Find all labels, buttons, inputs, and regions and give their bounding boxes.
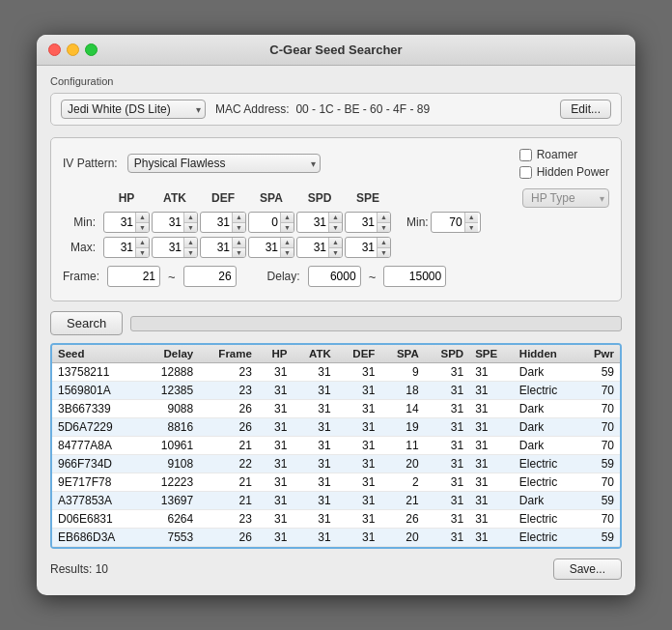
th-spa: SPA bbox=[380, 345, 424, 363]
hp-min-input[interactable] bbox=[432, 213, 464, 232]
max-hp-input[interactable] bbox=[104, 238, 135, 257]
min-spd-spinner: ▲▼ bbox=[296, 212, 343, 233]
table-row[interactable]: EB686D3A755326313131203131Electric59 bbox=[52, 529, 620, 547]
table-row[interactable]: A377853A1369721313131213131Dark59 bbox=[52, 492, 620, 510]
cell-0-9: Dark bbox=[514, 363, 578, 382]
cell-0-1: 12888 bbox=[142, 363, 199, 382]
cell-8-1: 6264 bbox=[142, 510, 199, 529]
min-atk-spinner: ▲▼ bbox=[152, 212, 198, 233]
cell-9-10: 59 bbox=[578, 529, 620, 547]
col-spe: SPE bbox=[345, 191, 391, 205]
cell-9-3: 31 bbox=[258, 529, 293, 547]
cell-3-5: 31 bbox=[337, 418, 381, 437]
cell-5-9: Electric bbox=[514, 455, 578, 473]
cell-5-4: 31 bbox=[293, 455, 336, 473]
cell-1-10: 70 bbox=[578, 382, 620, 400]
cell-6-9: Electric bbox=[514, 473, 578, 492]
cell-8-0: D06E6831 bbox=[52, 510, 142, 529]
table-row[interactable]: 1569801A1238523313131183131Electric70 bbox=[52, 382, 620, 400]
table-row[interactable]: 13758211128882331313193131Dark59 bbox=[52, 363, 620, 382]
table-row[interactable]: 5D6A7229881626313131193131Dark70 bbox=[52, 418, 620, 437]
hidden-power-checkbox-row: Hidden Power bbox=[519, 165, 609, 179]
close-button[interactable] bbox=[48, 43, 61, 56]
bottom-bar: Results: 10 Save... bbox=[50, 557, 622, 582]
mac-address-value: 00 - 1C - BE - 60 - 4F - 89 bbox=[295, 102, 430, 116]
main-window: C-Gear Seed Searcher Configuration Jedi … bbox=[37, 35, 635, 595]
cell-5-10: 59 bbox=[578, 455, 620, 473]
cell-0-0: 13758211 bbox=[52, 363, 142, 382]
profile-select[interactable]: Jedi White (DS Lite) bbox=[61, 100, 206, 119]
cell-4-3: 31 bbox=[258, 437, 293, 455]
cell-4-1: 10961 bbox=[142, 437, 199, 455]
cell-0-4: 31 bbox=[293, 363, 336, 382]
frame-max-input[interactable] bbox=[183, 266, 237, 287]
cell-9-6: 20 bbox=[380, 529, 424, 547]
min-hp-spinner-btns: ▲ ▼ bbox=[135, 213, 149, 232]
mac-address-display: MAC Address: 00 - 1C - BE - 60 - 4F - 89 bbox=[215, 102, 550, 116]
frame-min-input[interactable] bbox=[107, 266, 160, 287]
table-row[interactable]: 9E717F78122232131313123131Electric70 bbox=[52, 473, 620, 492]
max-atk-input[interactable] bbox=[153, 238, 183, 257]
hp-min-label: Min: bbox=[406, 215, 429, 229]
cell-3-7: 31 bbox=[425, 418, 469, 437]
iv-pattern-label: IV Pattern: bbox=[63, 157, 118, 170]
cell-1-3: 31 bbox=[258, 382, 293, 400]
cell-2-4: 31 bbox=[293, 400, 336, 418]
min-hp-up[interactable]: ▲ bbox=[136, 213, 149, 223]
table-row[interactable]: 3B667339908826313131143131Dark70 bbox=[52, 400, 620, 418]
min-atk-input[interactable] bbox=[153, 213, 183, 232]
th-spe: SPE bbox=[469, 345, 514, 363]
cell-6-7: 31 bbox=[425, 473, 469, 492]
cell-2-9: Dark bbox=[514, 400, 578, 418]
roamer-checkbox[interactable] bbox=[519, 149, 532, 161]
cell-6-5: 31 bbox=[337, 473, 381, 492]
cell-5-7: 31 bbox=[425, 455, 469, 473]
max-hp-spinner: ▲▼ bbox=[103, 237, 150, 258]
cell-5-3: 31 bbox=[258, 455, 293, 473]
hp-type-select[interactable]: HP Type bbox=[522, 188, 609, 208]
min-hp-down[interactable]: ▼ bbox=[136, 223, 149, 233]
max-spd-input[interactable] bbox=[297, 238, 328, 257]
delay-min-input[interactable] bbox=[308, 266, 361, 287]
table-row[interactable]: D06E6831626423313131263131Electric70 bbox=[52, 510, 620, 529]
cell-1-5: 31 bbox=[337, 382, 381, 400]
max-spe-input[interactable] bbox=[346, 238, 377, 257]
max-def-input[interactable] bbox=[201, 238, 232, 257]
th-delay: Delay bbox=[142, 345, 199, 363]
table-row[interactable]: 966F734D910822313131203131Electric59 bbox=[52, 455, 620, 473]
cell-1-2: 23 bbox=[199, 382, 258, 400]
min-def-input[interactable] bbox=[201, 213, 232, 232]
th-pwr: Pwr bbox=[578, 345, 620, 363]
roamer-checkbox-row: Roamer bbox=[519, 148, 609, 161]
col-atk: ATK bbox=[152, 191, 198, 205]
iv-pattern-row: IV Pattern: Physical Flawless Roamer Hid… bbox=[63, 148, 609, 179]
cell-4-7: 31 bbox=[425, 437, 469, 455]
min-row: Min: ▲ ▼ ▲▼ ▲▼ ▲▼ bbox=[63, 212, 609, 233]
cell-3-0: 5D6A7229 bbox=[52, 418, 142, 437]
cell-9-7: 31 bbox=[425, 529, 469, 547]
cell-2-3: 31 bbox=[258, 400, 293, 418]
cell-4-4: 31 bbox=[293, 437, 336, 455]
min-hp-input[interactable] bbox=[104, 213, 135, 232]
min-spd-input[interactable] bbox=[297, 213, 328, 232]
minimize-button[interactable] bbox=[67, 43, 79, 56]
edit-button[interactable]: Edit... bbox=[560, 100, 611, 119]
mac-address-label: MAC Address: bbox=[215, 102, 290, 116]
max-spa-input[interactable] bbox=[249, 238, 280, 257]
th-seed: Seed bbox=[52, 345, 142, 363]
cell-7-1: 13697 bbox=[142, 492, 199, 510]
table-row[interactable]: 84777A8A1096121313131113131Dark70 bbox=[52, 437, 620, 455]
hidden-power-checkbox[interactable] bbox=[519, 166, 532, 179]
iv-pattern-select[interactable]: Physical Flawless bbox=[127, 154, 321, 173]
min-spa-spinner: ▲▼ bbox=[248, 212, 294, 233]
content-area: Configuration Jedi White (DS Lite) MAC A… bbox=[37, 66, 635, 595]
min-spe-input[interactable] bbox=[346, 213, 377, 232]
delay-max-input[interactable] bbox=[383, 266, 446, 287]
cell-2-5: 31 bbox=[337, 400, 381, 418]
min-spa-input[interactable] bbox=[249, 213, 280, 232]
maximize-button[interactable] bbox=[85, 43, 98, 56]
delay-label: Delay: bbox=[267, 270, 300, 283]
save-button[interactable]: Save... bbox=[553, 558, 622, 580]
cell-8-4: 31 bbox=[293, 510, 336, 529]
search-button[interactable]: Search bbox=[50, 311, 123, 335]
